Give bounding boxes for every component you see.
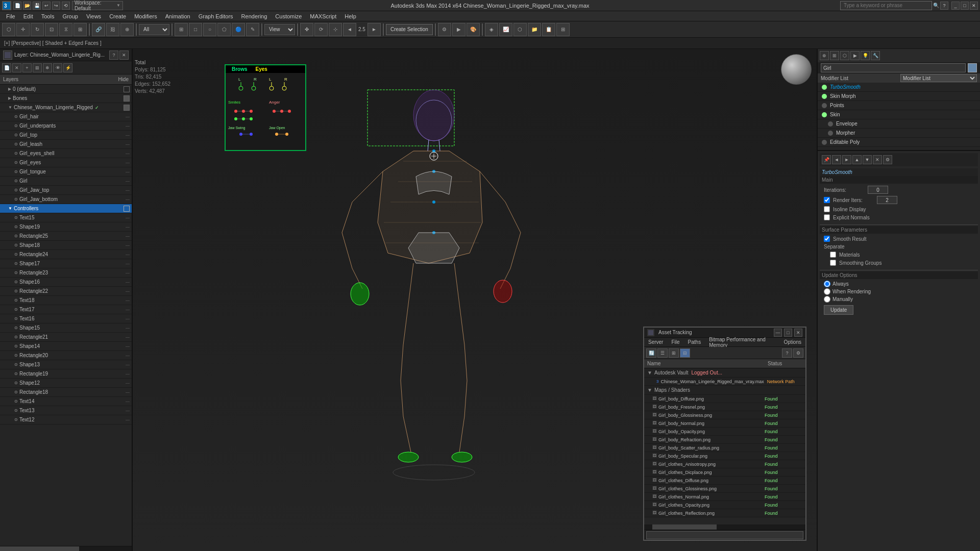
modifier-list-dropdown[interactable]: Modifier List [900,74,977,82]
modifier-skin-morph[interactable]: Skin Morph [818,92,980,101]
at-help-btn[interactable]: ? [782,348,792,358]
align-tool[interactable]: ⊞ [74,23,87,36]
layer-item-shape14[interactable]: ⊙ Shape14 — [0,342,132,351]
mirror-tool[interactable]: ⧖ [59,23,72,36]
layer-item-rect25[interactable]: ⊙ Rectangle25 — [0,232,132,241]
scale-gizmo[interactable]: ⊹ [329,23,342,36]
at-horizontal-scrollbar[interactable] [644,524,805,530]
at-item-clothes-diffuse[interactable]: 🖼 Girl_clothes_Diffuse.png Found [644,477,805,485]
layer-item-text12[interactable]: ⊙ Text12 — [0,415,132,424]
mod-props-right[interactable]: ► [842,155,851,164]
at-item-clothes-glossiness[interactable]: 🖼 Girl_clothes_Glossiness.png Found [644,485,805,493]
layers-scrollbar-h[interactable] [0,546,132,551]
layer-item-shape18[interactable]: ⊙ Shape18 — [0,241,132,250]
at-item-body-normal[interactable]: 🖼 Girl_body_Normal.png Found [644,419,805,428]
at-item-body-diffuse[interactable]: 🖼 Girl_body_Diffuse.png Found [644,395,805,403]
at-tree-view-btn[interactable]: ⊞ [669,348,679,358]
asset-tracking-list[interactable]: ▼ Autodesk Vault Logged Out... 3 Chinese… [644,368,805,524]
at-item-body-specular[interactable]: 🖼 Girl_body_Specular.png Found [644,452,805,460]
select-by-name[interactable]: ⊞ [175,23,188,36]
smooth-result-checkbox[interactable] [824,236,830,242]
layer-item-text15[interactable]: ⊙ Text15 — [0,213,132,222]
schematic-view[interactable]: ⬡ [513,23,527,36]
at-item-body-scatter[interactable]: 🖼 Girl_body_Scatter_radius.png Found [644,444,805,452]
face-rig-canvas[interactable]: L R L R [226,73,305,147]
menu-help[interactable]: Help [340,12,360,20]
circle-select[interactable]: ○ [203,23,216,36]
search-options[interactable]: ? [940,2,948,10]
menu-modifiers[interactable]: Modifiers [130,12,161,20]
manually-radio[interactable] [824,296,830,303]
layer-select-button[interactable]: ⊞ [33,63,42,72]
isoline-checkbox[interactable] [824,206,830,212]
at-close-button[interactable]: ✕ [794,329,802,337]
menu-edit[interactable]: Edit [19,12,37,20]
bind-tool[interactable]: ⊕ [120,23,134,36]
layer-item-shape15[interactable]: ⊙ Shape15 — [0,323,132,333]
rect-select[interactable]: □ [189,23,202,36]
layer-item-rect18[interactable]: ⊙ Rectangle18 — [0,388,132,397]
layer-item-shape17[interactable]: ⊙ Shape17 — [0,259,132,268]
layer-hide-button[interactable]: 👁 [53,63,62,72]
modifier-stack[interactable]: TurboSmooth Skin Morph Points Skin Envel… [818,83,980,150]
modifier-morpher[interactable]: Morpher [818,129,980,138]
cmd-display[interactable]: 💡 [861,51,870,60]
at-item-max-file[interactable]: 3 Chinese_Woman_Lingerie_Rigged_max_vray… [644,378,805,386]
layers-manager[interactable]: 📋 [542,23,555,36]
view-dropdown[interactable]: View [264,24,295,35]
at-group-maps-header[interactable]: ▼ Maps / Shaders [644,386,805,395]
layer-item-rect23[interactable]: ⊙ Rectangle23 — [0,268,132,278]
lasso-select[interactable]: 🔵 [232,23,245,36]
layer-default-checkbox[interactable] [124,86,130,92]
at-item-clothes-anisotropy[interactable]: 🖼 Girl_clothes_Anisotropy.png Found [644,460,805,468]
material-editor[interactable]: ◈ [485,23,498,36]
explicit-normals-checkbox[interactable] [824,214,830,220]
cmd-modify[interactable]: ⊞ [830,51,839,60]
modifier-turbosmooth[interactable]: TurboSmooth [818,83,980,92]
cmd-utilities[interactable]: 🔧 [871,51,880,60]
layer-item-rect22[interactable]: ⊙ Rectangle22 — [0,287,132,296]
layer-item-shape13[interactable]: ⊙ Shape13 — [0,360,132,369]
scale-tool[interactable]: ⊡ [45,23,58,36]
layer-item-shape12[interactable]: ⊙ Shape12 — [0,379,132,388]
at-refresh-btn[interactable]: 🔄 [646,348,656,358]
at-group-vault-header[interactable]: ▼ Autodesk Vault Logged Out... [644,368,805,378]
object-name-input[interactable] [821,63,966,72]
menu-group[interactable]: Group [58,12,82,20]
layer-item-text17[interactable]: ⊙ Text17 — [0,305,132,314]
menu-graph-editors[interactable]: Graph Editors [194,12,237,20]
layers-close-button[interactable]: ✕ [119,51,129,60]
menu-customize[interactable]: Customize [271,12,306,20]
at-list-view-btn[interactable]: ☰ [657,348,668,358]
layer-delete-button[interactable]: ✕ [12,63,21,72]
at-minimize-button[interactable]: — [774,329,782,337]
layer-item-default[interactable]: ▶ 0 (default) [0,85,132,94]
search-input[interactable] [840,1,932,10]
quick-render[interactable]: ▶ [452,23,465,36]
always-radio[interactable] [824,281,830,287]
cmd-motion[interactable]: ▶ [850,51,860,60]
undo-button[interactable]: ↩ [42,2,51,10]
layer-item-text13[interactable]: ⊙ Text13 — [0,406,132,415]
curve-editor[interactable]: 📈 [499,23,512,36]
layer-item-rect20[interactable]: ⊙ Rectangle20 — [0,351,132,360]
layer-item-rect19[interactable]: ⊙ Rectangle19 — [0,369,132,379]
at-restore-button[interactable]: □ [784,329,792,337]
undo-scene-button[interactable]: ⟲ [62,2,70,10]
mod-props-settings[interactable]: ⚙ [883,155,892,164]
object-color-swatch[interactable] [968,63,977,72]
layer-new-button[interactable]: 📄 [2,63,11,72]
save-button[interactable]: 💾 [33,2,41,10]
open-button[interactable]: 📂 [23,2,31,10]
menu-file[interactable]: File [2,12,19,20]
render-iters-checkbox[interactable] [824,197,830,203]
layer-cwlr-checkbox[interactable] [124,105,130,111]
unlink-tool[interactable]: ⛓ [106,23,119,36]
at-menu-file[interactable]: File [667,339,683,345]
maximize-button[interactable]: □ [961,2,969,10]
at-menu-paths[interactable]: Paths [684,339,705,345]
layer-item-girl-jaw-top[interactable]: ⊙ Girl_Jaw_top — [0,186,132,195]
at-settings-btn[interactable]: ⚙ [793,348,803,358]
layer-item-chinese-woman[interactable]: ▼ Chinese_Woman_Lingerie_Rigged ✓ [0,103,132,112]
layer-item-girl-eyes[interactable]: ⊙ Girl_eyes — [0,158,132,167]
